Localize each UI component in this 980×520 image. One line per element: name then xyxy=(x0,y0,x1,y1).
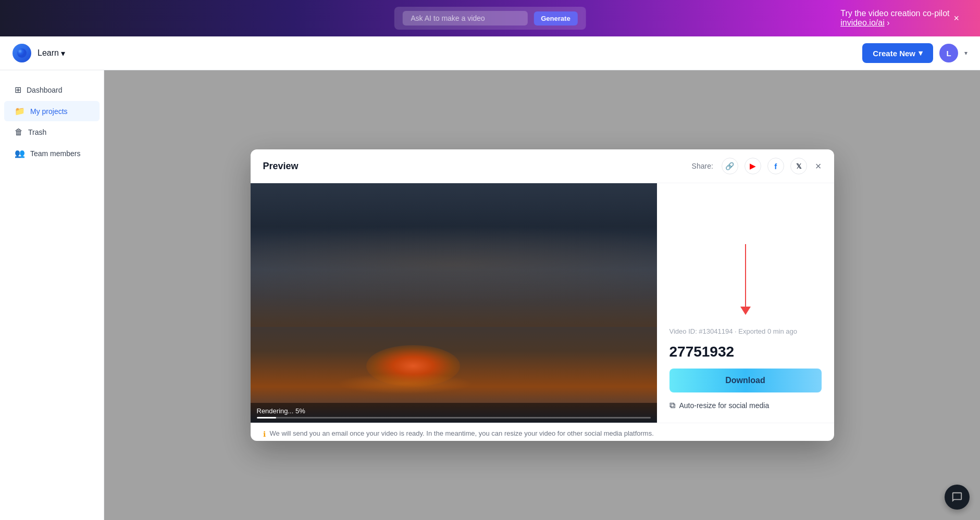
dashboard-icon: ⊞ xyxy=(15,85,21,95)
auto-resize-link[interactable]: ⧉ Auto-resize for social media xyxy=(669,401,822,410)
share-icons: 🔗 ▶ f 𝕏 xyxy=(722,158,807,174)
header: Learn ▾ Create New ▾ L ▾ xyxy=(0,36,980,70)
learn-button[interactable]: Learn ▾ xyxy=(38,48,65,58)
sidebar-item-dashboard[interactable]: ⊞ Dashboard xyxy=(4,80,100,100)
svg-point-0 xyxy=(17,48,27,58)
banner-promo-link[interactable]: invideo.io/ai xyxy=(840,18,885,27)
resize-icon: ⧉ xyxy=(669,401,675,410)
header-left: Learn ▾ xyxy=(13,44,65,62)
arrow-line xyxy=(745,244,746,307)
modal-close-button[interactable]: × xyxy=(815,160,822,172)
create-chevron-icon: ▾ xyxy=(919,48,923,58)
info-text: We will send you an email once your vide… xyxy=(270,429,654,437)
sidebar-label-trash: Trash xyxy=(28,128,46,136)
modal-body: Rendering... 5% Video ID: xyxy=(251,183,834,423)
share-link-button[interactable]: 🔗 xyxy=(722,158,738,174)
info-text-container: ℹ We will send you an email once your vi… xyxy=(251,423,834,441)
video-meta: Video ID: #13041194 · Exported 0 min ago xyxy=(669,327,822,335)
banner-generate-button[interactable]: Generate xyxy=(534,11,577,26)
sidebar-item-trash[interactable]: 🗑 Trash xyxy=(4,122,100,142)
header-right: Create New ▾ L ▾ xyxy=(862,43,967,63)
my-projects-icon: 📁 xyxy=(15,106,25,116)
arrow-head-icon xyxy=(740,307,751,315)
modal-header: Preview Share: 🔗 ▶ f 𝕏 × xyxy=(251,149,834,183)
right-panel: Video ID: #13041194 · Exported 0 min ago… xyxy=(657,183,834,423)
avatar-chevron-icon: ▾ xyxy=(964,49,967,57)
rendering-progress-container: Rendering... 5% xyxy=(251,403,657,423)
modal-overlay: Preview Share: 🔗 ▶ f 𝕏 × xyxy=(104,70,980,520)
modal-header-right: Share: 🔗 ▶ f 𝕏 × xyxy=(692,158,822,174)
share-facebook-button[interactable]: f xyxy=(767,158,784,174)
rendering-fill xyxy=(257,417,277,418)
avatar[interactable]: L xyxy=(939,44,958,62)
auto-resize-label: Auto-resize for social media xyxy=(679,401,770,410)
sidebar: ⊞ Dashboard 📁 My projects 🗑 Trash 👥 Team… xyxy=(0,70,104,520)
sidebar-label-team-members: Team members xyxy=(30,149,80,158)
rendering-progress-bar xyxy=(257,417,651,418)
download-button[interactable]: Download xyxy=(669,369,822,392)
sidebar-label-dashboard: Dashboard xyxy=(27,86,63,94)
learn-chevron-icon: ▾ xyxy=(61,48,65,58)
sidebar-label-my-projects: My projects xyxy=(30,107,68,116)
video-preview xyxy=(251,183,657,423)
share-youtube-button[interactable]: ▶ xyxy=(745,158,761,174)
video-id: 27751932 xyxy=(669,344,822,360)
banner-promo-text: Try the video creation co-pilot invideo.… xyxy=(840,9,949,28)
banner-ai-box: Generate xyxy=(394,7,586,30)
create-new-button[interactable]: Create New ▾ xyxy=(862,43,933,63)
share-twitter-button[interactable]: 𝕏 xyxy=(790,158,807,174)
sidebar-item-team-members[interactable]: 👥 Team members xyxy=(4,143,100,163)
rendering-text: Rendering... 5% xyxy=(257,407,651,415)
arrow-down-container xyxy=(669,196,822,319)
top-banner: Generate Try the video creation co-pilot… xyxy=(0,0,980,36)
modal-title: Preview xyxy=(263,161,299,172)
content-area: Preview Share: 🔗 ▶ f 𝕏 × xyxy=(104,70,980,520)
banner-ai-input[interactable] xyxy=(402,11,527,26)
preview-modal: Preview Share: 🔗 ▶ f 𝕏 × xyxy=(251,149,834,441)
sidebar-item-my-projects[interactable]: 📁 My projects xyxy=(4,101,100,121)
banner-close-button[interactable]: × xyxy=(953,13,959,24)
logo-icon xyxy=(13,44,31,62)
main-layout: ⊞ Dashboard 📁 My projects 🗑 Trash 👥 Team… xyxy=(0,70,980,520)
share-label: Share: xyxy=(692,162,713,170)
video-section: Rendering... 5% xyxy=(251,183,657,423)
trash-icon: 🗑 xyxy=(15,128,23,137)
team-icon: 👥 xyxy=(15,148,25,158)
info-icon: ℹ xyxy=(263,430,266,438)
